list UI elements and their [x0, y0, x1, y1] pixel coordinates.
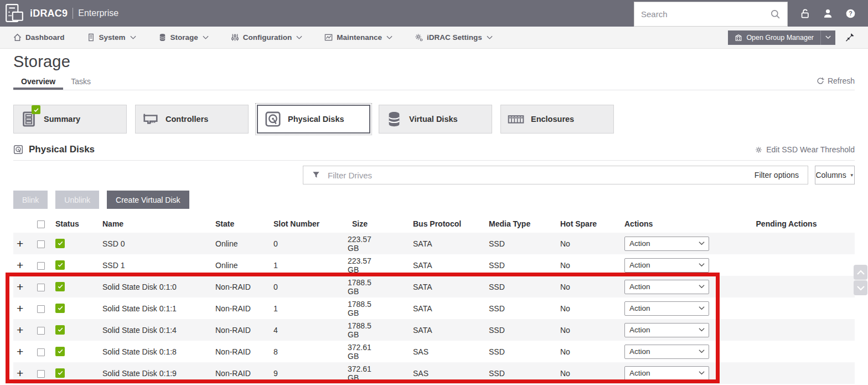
row-action-select[interactable]: Action: [624, 258, 709, 273]
cell-slot-number: 0: [269, 239, 348, 248]
card-physical-disks[interactable]: Physical Disks: [257, 105, 370, 134]
cell-size: 223.57 GB: [348, 235, 403, 253]
cell-bus-protocol: SAS: [403, 347, 480, 356]
row-checkbox[interactable]: [37, 240, 45, 248]
status-ok-icon: [55, 325, 65, 335]
nav-item-idrac-settings[interactable]: iDRAC Settings: [415, 33, 493, 42]
main-nav-bar: Dashboard System Storage Configuration M…: [0, 27, 868, 49]
cell-hot-spare: No: [551, 347, 616, 356]
col-media-type: Media Type: [480, 219, 551, 228]
refresh-button[interactable]: Refresh: [817, 76, 855, 90]
edit-ssd-wear-threshold-label: Edit SSD Wear Threshold: [766, 145, 855, 154]
scroll-up-button[interactable]: [854, 265, 867, 280]
cell-state: Non-RAID: [211, 283, 269, 291]
system-icon: [87, 33, 95, 42]
scroll-down-button[interactable]: [854, 280, 867, 295]
user-icon[interactable]: [823, 8, 833, 19]
create-virtual-disk-button[interactable]: Create Virtual Disk: [107, 191, 189, 209]
tab-tasks[interactable]: Tasks: [63, 74, 99, 90]
table-row: + Solid State Disk 0:1:1 Non-RAID 1 1788…: [13, 297, 855, 319]
cell-name: SSD 0: [98, 239, 211, 248]
filter-options-button[interactable]: Filter options: [755, 171, 799, 179]
row-checkbox[interactable]: [37, 262, 45, 270]
blink-button[interactable]: Blink: [13, 191, 48, 209]
cell-size: 223.57 GB: [348, 256, 403, 274]
svg-text:?: ?: [849, 10, 852, 17]
expand-row-button[interactable]: +: [17, 346, 23, 357]
cell-media-type: SSD: [480, 347, 551, 356]
row-action-select[interactable]: Action: [624, 237, 709, 251]
group-manager-dropdown-button[interactable]: [820, 30, 835, 45]
nav-item-dashboard[interactable]: Dashboard: [13, 33, 65, 42]
table-header-row: Status Name State Slot Number Size Bus P…: [13, 214, 855, 233]
edit-ssd-wear-threshold-button[interactable]: Edit SSD Wear Threshold: [755, 145, 855, 154]
idrac-logo-icon: [4, 3, 24, 23]
row-checkbox[interactable]: [37, 370, 45, 378]
physical-disks-icon: [258, 111, 288, 127]
row-action-select[interactable]: Action: [624, 366, 709, 381]
table-row: + SSD 0 Online 0 223.57 GB SATA SSD No A…: [13, 233, 855, 254]
search-icon[interactable]: [770, 9, 781, 19]
nav-item-configuration[interactable]: Configuration: [231, 33, 302, 42]
cell-name: Solid State Disk 0:1:9: [98, 369, 211, 378]
cell-hot-spare: No: [551, 326, 616, 335]
chevron-down-icon: [130, 35, 136, 40]
expand-row-button[interactable]: +: [17, 281, 23, 292]
col-slot-number: Slot Number: [269, 219, 348, 228]
pin-icon[interactable]: [845, 33, 855, 42]
status-ok-icon: [55, 282, 65, 291]
cell-hot-spare: No: [551, 304, 616, 313]
unlock-icon[interactable]: [800, 8, 810, 19]
row-checkbox[interactable]: [37, 327, 45, 335]
expand-row-button[interactable]: +: [17, 367, 23, 379]
row-checkbox[interactable]: [37, 305, 45, 313]
table-row: + Solid State Disk 0:1:0 Non-RAID 0 1788…: [13, 276, 855, 297]
cell-media-type: SSD: [480, 261, 551, 270]
chevron-down-icon: [857, 285, 865, 291]
tab-overview[interactable]: Overview: [13, 74, 63, 90]
search-input[interactable]: [641, 9, 770, 19]
row-action-select[interactable]: Action: [624, 301, 709, 316]
cell-size: 372.61 GB: [348, 343, 403, 361]
chevron-down-icon: [203, 35, 209, 40]
cell-media-type: SSD: [480, 304, 551, 313]
open-group-manager-button[interactable]: Open Group Manager: [728, 30, 820, 45]
columns-dropdown-button[interactable]: Columns ▼: [815, 166, 855, 184]
expand-row-button[interactable]: +: [17, 324, 23, 336]
table-row: + SSD 1 Online 1 223.57 GB SATA SSD No A…: [13, 254, 855, 276]
col-hot-spare: Hot Spare: [551, 219, 616, 228]
row-checkbox[interactable]: [37, 348, 45, 356]
gear-icon: [755, 146, 763, 154]
card-enclosures[interactable]: Enclosures: [500, 105, 614, 134]
row-action-select[interactable]: Action: [624, 323, 709, 337]
cell-name: Solid State Disk 0:1:8: [98, 347, 211, 356]
table-body: + SSD 0 Online 0 223.57 GB SATA SSD No A…: [13, 233, 855, 384]
filter-funnel-icon: [312, 171, 320, 179]
row-action-select[interactable]: Action: [624, 345, 709, 359]
filter-drives-input[interactable]: [328, 171, 755, 180]
enclosures-icon: [501, 111, 531, 127]
cell-hot-spare: No: [551, 369, 616, 378]
card-virtual-disks[interactable]: Virtual Disks: [379, 105, 492, 134]
global-search: [634, 2, 788, 27]
table-row: + Solid State Disk 0:1:4 Non-RAID 4 1788…: [13, 319, 855, 341]
section-title: Physical Disks: [29, 144, 95, 155]
nav-item-system[interactable]: System: [87, 33, 136, 42]
card-summary[interactable]: Summary: [13, 105, 127, 134]
cell-name: SSD 1: [98, 261, 211, 270]
nav-item-storage[interactable]: Storage: [158, 33, 209, 42]
expand-row-button[interactable]: +: [17, 259, 23, 271]
page-title: Storage: [13, 52, 855, 71]
cell-bus-protocol: SAS: [403, 369, 480, 378]
nav-item-maintenance[interactable]: Maintenance: [324, 33, 392, 42]
expand-row-button[interactable]: +: [17, 302, 23, 314]
row-checkbox[interactable]: [37, 284, 45, 291]
expand-row-button[interactable]: +: [17, 238, 23, 249]
tabs-container: Overview Tasks: [13, 74, 99, 90]
maintenance-icon: [324, 33, 333, 42]
help-icon[interactable]: ?: [845, 8, 856, 19]
select-all-checkbox[interactable]: [37, 220, 45, 228]
card-controllers[interactable]: Controllers: [135, 105, 249, 134]
row-action-select[interactable]: Action: [624, 280, 709, 294]
unblink-button[interactable]: Unblink: [55, 191, 99, 209]
